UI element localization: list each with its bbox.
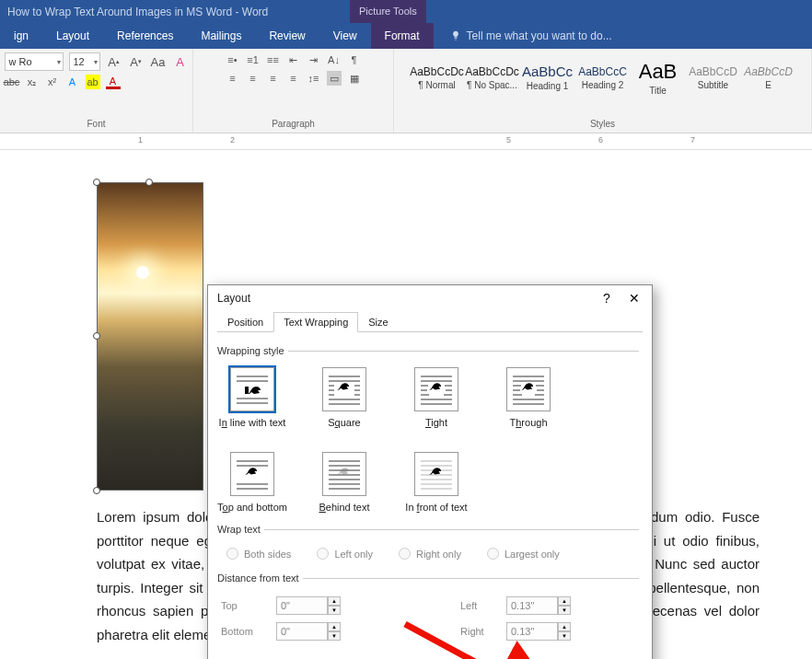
- layout-dialog: Layout ? ✕ Position Text Wrapping Size W…: [207, 284, 653, 659]
- wrap-top-bottom-icon: [230, 452, 274, 496]
- wrap-behind[interactable]: Behind text: [315, 452, 374, 513]
- style-normal[interactable]: AaBbCcDc¶ Normal: [410, 52, 465, 102]
- distance-group: Distance from text Top ▲▼ Left ▲▼ Bottom…: [221, 572, 639, 644]
- selection-handle[interactable]: [93, 487, 100, 494]
- lightbulb-icon: [450, 30, 461, 41]
- show-marks-icon[interactable]: ¶: [347, 52, 362, 67]
- selection-handle[interactable]: [93, 332, 100, 340]
- wrapping-style-legend: Wrapping style: [217, 345, 288, 356]
- wrap-behind-icon: [322, 452, 366, 496]
- tab-text-wrapping[interactable]: Text Wrapping: [273, 312, 358, 332]
- align-right-icon[interactable]: ≡: [266, 71, 281, 86]
- radio-right-only[interactable]: Right only: [399, 548, 461, 560]
- distance-left-input[interactable]: ▲▼: [506, 596, 580, 615]
- styles-gallery[interactable]: AaBbCcDc¶ Normal AaBbCcDc¶ No Spac... Aa…: [410, 52, 796, 102]
- text-effects-icon[interactable]: A: [65, 75, 80, 89]
- distance-left-label: Left: [460, 600, 506, 611]
- dialog-titlebar[interactable]: Layout ? ✕: [208, 285, 652, 311]
- ribbon-tabs: ign Layout References Mailings Review Vi…: [0, 23, 812, 49]
- selection-handle[interactable]: [145, 179, 153, 186]
- style-heading2[interactable]: AaBbCcCHeading 2: [575, 52, 631, 102]
- wrap-top-bottom[interactable]: Top and bottom: [223, 452, 282, 513]
- ribbon: w Ro 12 A▴ A▾ Aa A abc x₂ x² A ab A Font…: [0, 49, 812, 133]
- tell-me-search[interactable]: Tell me what you want to do...: [450, 29, 612, 42]
- tab-references[interactable]: References: [103, 23, 187, 49]
- style-no-spacing[interactable]: AaBbCcDc¶ No Spac...: [465, 52, 520, 102]
- tab-design[interactable]: ign: [0, 23, 42, 49]
- wrap-front[interactable]: In front of text: [407, 452, 466, 513]
- ribbon-group-paragraph: ≡• ≡1 ≡≡ ⇤ ⇥ A↓ ¶ ≡ ≡ ≡ ≡ ↕≡ ▭ ▦ Paragra…: [193, 49, 394, 133]
- font-name-combo[interactable]: w Ro: [5, 52, 64, 71]
- decrease-indent-icon[interactable]: ⇤: [286, 52, 301, 67]
- borders-icon[interactable]: ▦: [347, 71, 362, 86]
- wrapping-style-group: Wrapping style In line with text Square …: [221, 345, 639, 518]
- style-subtitle[interactable]: AaBbCcDSubtitle: [686, 52, 741, 102]
- tab-view[interactable]: View: [319, 23, 371, 49]
- grow-font-icon[interactable]: A▴: [106, 53, 122, 70]
- window-title: How to Wrap Text Around Images in MS Wor…: [7, 6, 268, 18]
- tab-layout[interactable]: Layout: [42, 23, 103, 49]
- superscript-icon[interactable]: x²: [45, 75, 60, 89]
- wrap-through-icon: [506, 367, 551, 411]
- distance-top-input[interactable]: ▲▼: [276, 596, 350, 615]
- clear-formatting-icon[interactable]: A: [172, 53, 189, 70]
- sunset-photo: [98, 183, 203, 490]
- strikethrough-icon[interactable]: abc: [5, 75, 19, 89]
- distance-legend: Distance from text: [217, 572, 303, 584]
- wrap-square[interactable]: Square: [315, 367, 374, 428]
- wrap-front-icon: [414, 452, 458, 496]
- distance-bottom-label: Bottom: [221, 626, 276, 637]
- wrap-inline-icon: [230, 367, 274, 411]
- bullets-icon[interactable]: ≡•: [226, 52, 240, 67]
- font-color-icon[interactable]: A: [106, 75, 121, 89]
- ribbon-group-styles: AaBbCcDc¶ Normal AaBbCcDc¶ No Spac... Aa…: [394, 49, 812, 133]
- radio-left-only[interactable]: Left only: [317, 548, 373, 560]
- wrap-tight-icon: [414, 367, 458, 411]
- tab-review[interactable]: Review: [255, 23, 319, 49]
- ribbon-group-font: w Ro 12 A▴ A▾ Aa A abc x₂ x² A ab A Font: [0, 49, 193, 133]
- change-case-icon[interactable]: Aa: [150, 53, 167, 70]
- subscript-icon[interactable]: x₂: [25, 75, 40, 89]
- distance-right-input[interactable]: ▲▼: [506, 622, 580, 641]
- font-group-label: Font: [87, 119, 105, 131]
- highlight-icon[interactable]: ab: [86, 75, 100, 89]
- close-button[interactable]: ✕: [622, 288, 646, 308]
- picture-tools-label: Picture Tools: [350, 0, 426, 23]
- numbering-icon[interactable]: ≡1: [246, 52, 261, 67]
- style-heading1[interactable]: AaBbCcHeading 1: [520, 52, 575, 102]
- tab-format[interactable]: Format: [371, 23, 434, 49]
- wrap-text-group: Wrap text Both sides Left only Right onl…: [221, 524, 639, 567]
- tab-position[interactable]: Position: [217, 312, 273, 332]
- style-title[interactable]: AaBTitle: [631, 52, 686, 102]
- tab-size[interactable]: Size: [358, 312, 398, 332]
- wrap-through[interactable]: Through: [499, 367, 558, 428]
- line-spacing-icon[interactable]: ↕≡: [307, 71, 321, 86]
- wrap-square-icon: [322, 367, 366, 411]
- wrap-tight[interactable]: Tight: [407, 367, 466, 428]
- paragraph-group-label: Paragraph: [272, 119, 315, 131]
- dialog-tabs: Position Text Wrapping Size: [217, 311, 643, 332]
- font-size-combo[interactable]: 12: [69, 52, 100, 71]
- align-left-icon[interactable]: ≡: [226, 71, 240, 86]
- dialog-title: Layout: [217, 292, 250, 305]
- style-emphasis[interactable]: AaBbCcDE: [741, 52, 796, 102]
- tell-me-text: Tell me what you want to do...: [467, 29, 612, 42]
- inserted-image[interactable]: [97, 182, 203, 491]
- radio-largest-only[interactable]: Largest only: [487, 548, 560, 560]
- horizontal-ruler[interactable]: 1 2 5 6 7: [0, 133, 812, 150]
- increase-indent-icon[interactable]: ⇥: [307, 52, 321, 67]
- tab-mailings[interactable]: Mailings: [187, 23, 255, 49]
- sort-icon[interactable]: A↓: [327, 52, 342, 67]
- multilevel-list-icon[interactable]: ≡≡: [266, 52, 281, 67]
- radio-both-sides[interactable]: Both sides: [226, 548, 291, 560]
- shading-icon[interactable]: ▭: [327, 71, 342, 86]
- shrink-font-icon[interactable]: A▾: [128, 53, 145, 70]
- distance-bottom-input[interactable]: ▲▼: [276, 622, 350, 641]
- align-center-icon[interactable]: ≡: [246, 71, 261, 86]
- help-button[interactable]: ?: [595, 288, 619, 308]
- wrap-inline[interactable]: In line with text: [223, 367, 282, 428]
- selection-handle[interactable]: [93, 179, 100, 186]
- distance-top-label: Top: [221, 600, 276, 611]
- wrap-text-legend: Wrap text: [217, 524, 264, 535]
- justify-icon[interactable]: ≡: [286, 71, 301, 86]
